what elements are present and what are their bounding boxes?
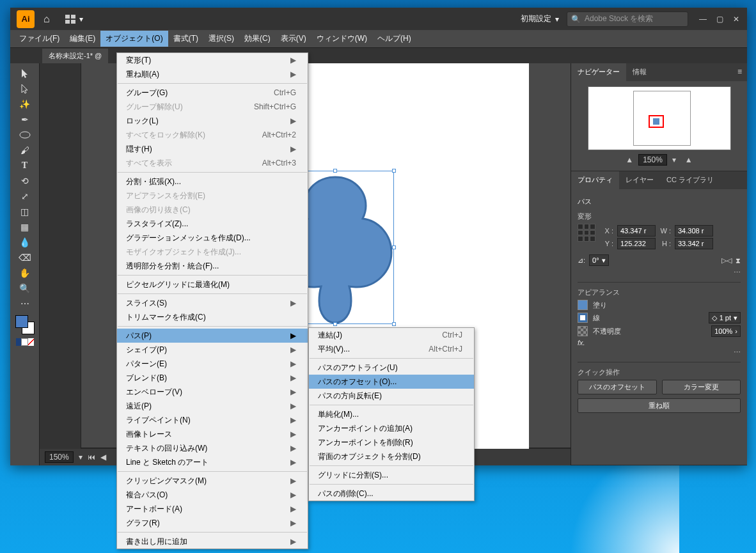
menu-item[interactable]: アンカーポイントの追加(A) xyxy=(309,421,474,435)
opacity-swatch[interactable] xyxy=(578,326,588,336)
menu-file[interactable]: ファイル(F) xyxy=(14,31,65,47)
stroke-weight[interactable]: ◇1 pt▾ xyxy=(709,312,741,323)
chevron-down-icon[interactable]: ▾ xyxy=(79,453,83,462)
flip-v-icon[interactable]: ⧗ xyxy=(736,256,741,265)
rotate-tool[interactable]: ⟲ xyxy=(16,173,34,189)
menu-item[interactable]: 連結(J)Ctrl+J xyxy=(309,328,474,342)
menu-item[interactable]: ライブペイント(N)▶ xyxy=(117,413,308,427)
menu-item[interactable]: ラスタライズ(Z)... xyxy=(117,217,308,231)
menu-item[interactable]: 隠す(H)▶ xyxy=(117,142,308,156)
navigator-zoom[interactable]: 150% xyxy=(638,154,667,166)
eyedropper-tool[interactable]: 💧 xyxy=(16,235,34,250)
zoom-level[interactable]: 150% xyxy=(45,451,74,463)
menu-item[interactable]: シェイプ(P)▶ xyxy=(117,343,308,357)
menu-item[interactable]: クリッピングマスク(M)▶ xyxy=(117,474,308,488)
zoom-in-icon[interactable]: ▲ xyxy=(685,155,693,164)
scale-tool[interactable]: ⤢ xyxy=(16,189,34,204)
y-field[interactable] xyxy=(617,238,656,249)
menu-item[interactable]: 書き出し用に追加▶ xyxy=(117,534,308,549)
menu-item[interactable]: 複合パス(O)▶ xyxy=(117,488,308,502)
toolbox-more[interactable]: ⋯ xyxy=(16,296,34,311)
menu-item[interactable]: 背面のオブジェクトを分割(D) xyxy=(309,449,474,463)
eraser-tool[interactable]: ⌫ xyxy=(16,250,34,265)
chevron-down-icon[interactable]: ▾ xyxy=(672,155,676,164)
menu-item[interactable]: Line と Sketch のアート▶ xyxy=(117,455,308,469)
workspace-preset[interactable]: 初期設定 ▾ xyxy=(521,13,559,24)
menu-item[interactable]: グループ(G)Ctrl+G xyxy=(117,86,308,100)
menu-item[interactable]: テキストの回り込み(W)▶ xyxy=(117,441,308,455)
stroke-swatch[interactable] xyxy=(578,313,588,323)
menu-help[interactable]: ヘルプ(H) xyxy=(372,31,416,47)
navigator-preview[interactable] xyxy=(588,86,731,150)
close-button[interactable]: ✕ xyxy=(728,12,744,26)
recolor-button[interactable]: カラー変更 xyxy=(662,380,741,394)
stock-search[interactable]: 🔍 Adobe Stock を検索 xyxy=(567,12,688,27)
ellipse-tool[interactable] xyxy=(16,127,34,143)
menu-item[interactable]: ピクセルグリッドに最適化(M) xyxy=(117,277,308,292)
tab-layers[interactable]: レイヤー xyxy=(619,171,660,189)
menu-item[interactable]: パターン(E)▶ xyxy=(117,357,308,371)
menu-item[interactable]: 遠近(P)▶ xyxy=(117,399,308,413)
paintbrush-tool[interactable]: 🖌 xyxy=(16,143,34,158)
menu-item[interactable]: パスのアウトライン(U) xyxy=(309,361,474,375)
offset-path-button[interactable]: パスのオフセット xyxy=(578,380,657,394)
menu-item[interactable]: 単純化(M)... xyxy=(309,407,474,421)
shape-builder-tool[interactable]: ◫ xyxy=(16,204,34,219)
document-tab[interactable]: 名称未設定-1* @ xyxy=(42,49,108,63)
menu-item[interactable]: パスの方向反転(E) xyxy=(309,389,474,403)
menu-object[interactable]: オブジェクト(O) xyxy=(100,31,168,47)
menu-item[interactable]: 透明部分を分割・統合(F)... xyxy=(117,259,308,273)
zoom-out-icon[interactable]: ▲ xyxy=(626,155,633,164)
menu-window[interactable]: ウィンドウ(W) xyxy=(311,31,372,47)
more-options-icon[interactable]: ⋯ xyxy=(734,348,741,356)
angle-field[interactable]: 0°▾ xyxy=(589,254,609,266)
menu-item[interactable]: パスの削除(C)... xyxy=(309,487,474,501)
menu-item[interactable]: スライス(S)▶ xyxy=(117,296,308,310)
x-field[interactable] xyxy=(617,225,656,237)
menu-item[interactable]: エンベロープ(V)▶ xyxy=(117,385,308,399)
pen-tool[interactable]: ✒ xyxy=(16,112,34,127)
type-tool[interactable]: T xyxy=(16,158,34,173)
menu-type[interactable]: 書式(T) xyxy=(168,31,203,47)
tab-cc-libraries[interactable]: CC ライブラリ xyxy=(660,171,720,189)
menu-item[interactable]: 平均(V)...Alt+Ctrl+J xyxy=(309,342,474,356)
menu-item[interactable]: 画像トレース▶ xyxy=(117,427,308,441)
color-mode-toggle[interactable] xyxy=(16,338,34,346)
zoom-tool[interactable]: 🔍 xyxy=(16,281,34,296)
menu-item[interactable]: グラフ(R)▶ xyxy=(117,516,308,530)
menu-item[interactable]: パス(P)▶ xyxy=(117,329,308,343)
flip-h-icon[interactable]: ▷◁ xyxy=(721,256,732,265)
prev-artboard-icon[interactable]: ◀ xyxy=(100,453,106,462)
menu-item[interactable]: ブレンド(B)▶ xyxy=(117,371,308,385)
minimize-button[interactable]: — xyxy=(695,12,711,26)
menu-item[interactable]: パスのオフセット(O)... xyxy=(309,375,474,389)
menu-item[interactable]: アートボード(A)▶ xyxy=(117,502,308,516)
fx-label[interactable]: fx. xyxy=(578,339,585,347)
tab-info[interactable]: 情報 xyxy=(626,63,653,81)
direct-selection-tool[interactable] xyxy=(16,81,34,97)
home-icon[interactable]: ⌂ xyxy=(43,13,50,25)
first-artboard-icon[interactable]: ⏮ xyxy=(88,453,95,462)
h-field[interactable] xyxy=(675,238,713,249)
opacity-value[interactable]: 100%› xyxy=(711,325,741,337)
menu-item[interactable]: 分割・拡張(X)... xyxy=(117,175,308,189)
menu-select[interactable]: 選択(S) xyxy=(203,31,239,47)
menu-effect[interactable]: 効果(C) xyxy=(239,31,276,47)
reference-point[interactable] xyxy=(578,224,595,242)
fill-swatch[interactable] xyxy=(578,300,588,310)
w-field[interactable] xyxy=(675,225,713,237)
panel-menu-icon[interactable]: ≡ xyxy=(732,63,747,81)
maximize-button[interactable]: ▢ xyxy=(711,12,728,26)
tab-properties[interactable]: プロパティ xyxy=(571,171,619,189)
selection-tool[interactable] xyxy=(16,66,34,81)
menu-view[interactable]: 表示(V) xyxy=(276,31,311,47)
menu-edit[interactable]: 編集(E) xyxy=(65,31,100,47)
hand-tool[interactable]: ✋ xyxy=(16,265,34,281)
gradient-tool[interactable]: ▦ xyxy=(16,219,34,235)
menu-item[interactable]: グラデーションメッシュを作成(D)... xyxy=(117,231,308,245)
magic-wand-tool[interactable]: ✨ xyxy=(16,97,34,112)
menu-item[interactable]: アンカーポイントを削除(R) xyxy=(309,435,474,449)
menu-item[interactable]: ロック(L)▶ xyxy=(117,114,308,128)
menu-item[interactable]: 重ね順(A)▶ xyxy=(117,67,308,81)
more-options-icon[interactable]: ⋯ xyxy=(734,269,741,276)
